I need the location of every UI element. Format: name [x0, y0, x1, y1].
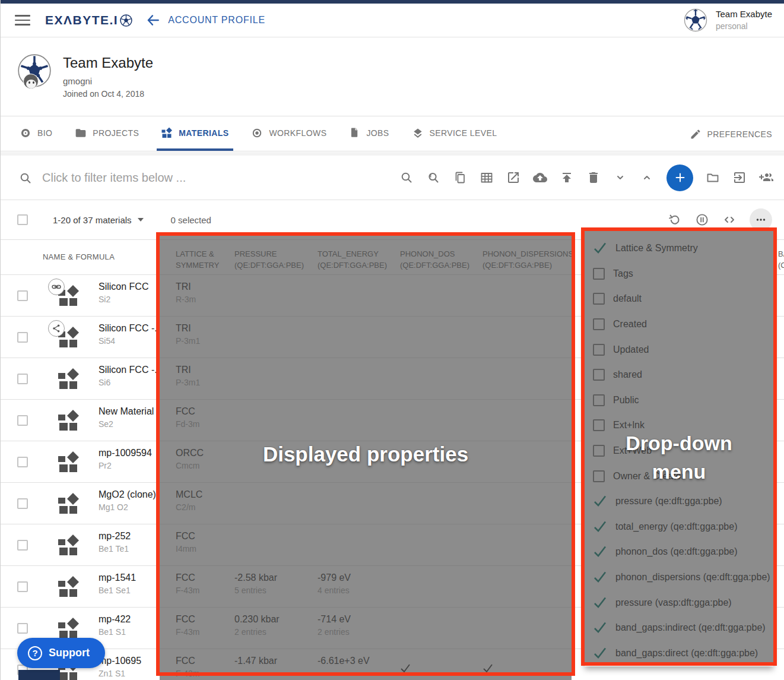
- tab-projects[interactable]: PROJECTS: [70, 117, 144, 151]
- tab-workflows[interactable]: WORKFLOWS: [246, 117, 331, 151]
- tab-service-level[interactable]: SERVICE LEVEL: [407, 117, 502, 151]
- exit-to-app-icon[interactable]: [732, 170, 747, 185]
- material-name-cell[interactable]: mp-1541 Be1 Se1: [99, 573, 157, 595]
- account-menu[interactable]: Team Exabyte personal: [716, 8, 772, 31]
- search-again-icon[interactable]: [426, 170, 440, 185]
- pagination-range[interactable]: 1-20 of 37 materials: [53, 215, 144, 225]
- checkmark-icon: [593, 494, 607, 508]
- app-bar: EXΛBYTE.I ACCOUNT PROFILE Team Exabyte p…: [1, 4, 784, 37]
- dropdown-item[interactable]: default: [585, 286, 773, 312]
- material-name-cell[interactable]: mp-10695 Zn1 S1: [99, 656, 157, 678]
- back-arrow-icon[interactable]: [145, 12, 161, 28]
- support-button[interactable]: ? Support: [17, 638, 105, 668]
- dropdown-item[interactable]: Owner & Creator: [585, 463, 773, 489]
- dropdown-item[interactable]: Updated: [585, 337, 773, 362]
- material-name-cell[interactable]: mp-252 Be1 Te1: [99, 531, 157, 554]
- row-checkbox[interactable]: [17, 374, 28, 384]
- refresh-icon[interactable]: [668, 213, 682, 227]
- column-phonon-dos[interactable]: PHONON_DOS(QE:DFT:GGA:PBE): [400, 248, 469, 271]
- row-checkbox[interactable]: [17, 457, 28, 467]
- search-action-icon[interactable]: [399, 170, 414, 185]
- column-phonon-dispersions[interactable]: PHONON_DISPERSIONS(QE:DFT:GGA:PBE): [483, 248, 573, 271]
- open-in-new-icon[interactable]: [506, 170, 520, 185]
- chevron-up-icon[interactable]: [640, 170, 654, 185]
- row-checkbox[interactable]: [17, 623, 28, 634]
- dropdown-item[interactable]: Created: [585, 312, 773, 337]
- dropdown-item[interactable]: band_gaps:direct (qe:dft:gga:pbe): [585, 641, 773, 666]
- checkmark-icon: [593, 520, 607, 534]
- dropdown-item[interactable]: pressure (vasp:dft:gga:pbe): [585, 590, 773, 615]
- dropdown-item[interactable]: Public: [585, 388, 773, 413]
- row-checkbox[interactable]: [17, 415, 28, 426]
- material-name: Silicon FCC -...: [99, 365, 157, 375]
- material-name-cell[interactable]: Silicon FCC Si2: [99, 282, 157, 304]
- column-name-formula[interactable]: NAME & FORMULA: [1, 252, 157, 261]
- energy-cell: -6.61e+3 eV: [318, 656, 370, 669]
- tab-jobs[interactable]: JOBS: [344, 117, 393, 151]
- add-material-button[interactable]: [666, 165, 693, 191]
- code-icon[interactable]: [722, 213, 737, 227]
- share-badge-icon: [48, 320, 65, 337]
- cloud-upload-icon[interactable]: [533, 170, 547, 185]
- row-checkbox[interactable]: [17, 540, 28, 551]
- dropdown-item-label: Lattice & Symmetry: [615, 243, 698, 254]
- account-avatar[interactable]: [684, 8, 707, 32]
- select-all-checkbox[interactable]: [17, 214, 28, 225]
- material-name-cell[interactable]: Silicon FCC -... Si54: [99, 323, 157, 346]
- dropdown-item[interactable]: total_energy (qe:dft:gga:pbe): [585, 514, 773, 540]
- column-pressure[interactable]: PRESSURE(QE:DFT:GGA:PBE): [234, 248, 304, 271]
- checkbox[interactable]: [593, 470, 605, 482]
- checkbox[interactable]: [593, 394, 605, 406]
- material-name: mp-1541: [99, 573, 157, 583]
- checkbox[interactable]: [593, 419, 605, 431]
- copy-icon[interactable]: [453, 170, 467, 185]
- checkbox[interactable]: [593, 445, 605, 457]
- dropdown-item[interactable]: shared: [585, 362, 773, 388]
- chevron-down-icon[interactable]: [613, 170, 627, 185]
- dropdown-item[interactable]: pressure (qe:dft:gga:pbe): [585, 489, 773, 514]
- dropdown-item[interactable]: Ext+Web: [585, 438, 773, 464]
- dropdown-item-label: phonon_dos (qe:dft:gga:pbe): [615, 546, 738, 557]
- dropdown-item[interactable]: phonon_dos (qe:dft:gga:pbe): [585, 539, 773, 565]
- preferences-label: PREFERENCES: [707, 129, 772, 139]
- tab-bio[interactable]: BIO: [15, 117, 57, 151]
- pause-icon[interactable]: [695, 213, 709, 227]
- tab-materials[interactable]: MATERIALS: [157, 117, 233, 151]
- dropdown-item[interactable]: phonon_dispersions (qe:dft:gga:pbe): [585, 565, 773, 590]
- material-name-cell[interactable]: mp-422 Be1 S1: [99, 614, 157, 637]
- table-grid-icon[interactable]: [480, 170, 494, 185]
- upload-to-top-icon[interactable]: [560, 170, 574, 185]
- row-checkbox[interactable]: [17, 332, 28, 343]
- dropdown-item[interactable]: Ext+lnk: [585, 413, 773, 438]
- dropdown-item[interactable]: band_gaps:indirect (qe:dft:gga:pbe): [585, 615, 773, 641]
- lattice-cell: TRIR-3m: [176, 282, 196, 304]
- more-options-button[interactable]: [750, 208, 772, 231]
- material-name-cell[interactable]: New Material Se2: [99, 406, 157, 429]
- material-name-cell[interactable]: mp-1009594 Pr2: [99, 448, 157, 470]
- material-formula: Be1 S1: [99, 627, 157, 637]
- row-checkbox[interactable]: [17, 498, 28, 509]
- dropdown-item[interactable]: Tags: [585, 261, 773, 287]
- group-add-icon[interactable]: [759, 170, 773, 185]
- exabyte-logo[interactable]: EXΛBYTE.I: [45, 13, 132, 27]
- column-total-energy[interactable]: TOTAL_ENERGY(QE:DFT:GGA:PBE): [318, 248, 387, 271]
- checkbox[interactable]: [593, 344, 605, 356]
- tab-preferences[interactable]: PREFERENCES: [690, 117, 772, 151]
- checkbox[interactable]: [593, 318, 605, 330]
- delete-icon[interactable]: [586, 170, 601, 185]
- folder-icon[interactable]: [706, 170, 720, 185]
- checkbox[interactable]: [593, 293, 605, 305]
- material-name-cell[interactable]: MgO2 (clone) Mg1 O2: [99, 489, 157, 512]
- row-checkbox[interactable]: [17, 581, 28, 592]
- menu-icon[interactable]: [15, 15, 30, 26]
- dropdown-item-label: phonon_dispersions (qe:dft:gga:pbe): [615, 572, 770, 583]
- dropdown-item-label: pressure (qe:dft:gga:pbe): [615, 496, 722, 507]
- dropdown-item[interactable]: Lattice & Symmetry: [585, 236, 773, 261]
- material-name-cell[interactable]: Silicon FCC -... Si6: [99, 365, 157, 387]
- filter-input[interactable]: Click to filter items below ...: [42, 171, 186, 185]
- filter-bar: Click to filter items below ...: [1, 156, 784, 200]
- column-lattice-symmetry[interactable]: LATTICE &SYMMETRY: [176, 248, 219, 271]
- row-checkbox[interactable]: [17, 290, 28, 301]
- checkbox[interactable]: [593, 268, 605, 280]
- checkbox[interactable]: [593, 369, 605, 381]
